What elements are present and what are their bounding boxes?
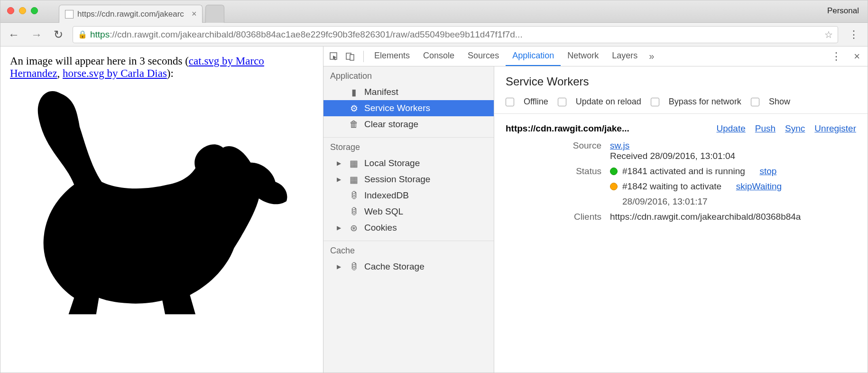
sidebar-header-storage: Storage bbox=[323, 138, 494, 155]
database-icon: 🛢 bbox=[349, 207, 359, 216]
status-dot-orange bbox=[610, 183, 618, 190]
devtools-menu-button[interactable]: ⋮ bbox=[828, 50, 844, 63]
sw-action-push[interactable]: Push bbox=[755, 123, 776, 134]
show-checkbox[interactable] bbox=[751, 98, 759, 106]
update-on-reload-checkbox[interactable] bbox=[558, 98, 566, 106]
sidebar-item-session-storage[interactable]: ▶▦ Session Storage bbox=[323, 171, 494, 187]
close-window-button[interactable] bbox=[7, 7, 14, 14]
tab-layers[interactable]: Layers bbox=[605, 47, 644, 66]
sw-action-sync[interactable]: Sync bbox=[785, 123, 805, 134]
sidebar-item-local-storage[interactable]: ▶▦ Local Storage bbox=[323, 155, 494, 171]
tab-application[interactable]: Application bbox=[506, 47, 561, 66]
link-horse[interactable]: horse.svg by Carla Dias bbox=[63, 67, 167, 79]
sidebar-item-service-workers[interactable]: ⚙ Service Workers bbox=[323, 100, 494, 116]
tab-elements[interactable]: Elements bbox=[368, 47, 416, 66]
browser-tab[interactable]: https://cdn.rawgit.com/jakearc × bbox=[59, 5, 203, 23]
page-text: An image will appear here in 3 seconds (… bbox=[10, 55, 314, 80]
tab-network[interactable]: Network bbox=[561, 47, 605, 66]
source-link[interactable]: sw.js bbox=[610, 140, 629, 150]
file-icon: ▮ bbox=[349, 87, 359, 97]
sw-action-update[interactable]: Update bbox=[717, 123, 746, 134]
status-2-text: #1842 waiting to activate bbox=[622, 181, 721, 192]
status-label: Status bbox=[506, 166, 610, 207]
clients-label: Clients bbox=[506, 212, 610, 222]
application-sidebar: Application ▮ Manifest ⚙ Service Workers… bbox=[323, 66, 494, 373]
omnibox[interactable]: 🔒 https://cdn.rawgit.com/jakearchibald/8… bbox=[73, 26, 838, 43]
reload-button[interactable]: ↻ bbox=[52, 26, 65, 43]
back-button[interactable]: ← bbox=[6, 26, 21, 43]
service-workers-panel: Service Workers Offline Update on reload… bbox=[494, 66, 868, 373]
sw-action-unregister[interactable]: Unregister bbox=[814, 123, 856, 134]
offline-checkbox[interactable] bbox=[506, 98, 514, 106]
source-label: Source bbox=[506, 140, 610, 161]
trash-icon: 🗑 bbox=[349, 120, 359, 129]
toolbar: ← → ↻ 🔒 https://cdn.rawgit.com/jakearchi… bbox=[0, 23, 868, 47]
sw-origin: https://cdn.rawgit.com/jake... bbox=[506, 123, 708, 134]
sidebar-item-indexeddb[interactable]: 🛢 IndexedDB bbox=[323, 187, 494, 204]
status-dot-green bbox=[610, 168, 618, 175]
stop-link[interactable]: stop bbox=[759, 166, 776, 177]
database-icon: 🛢 bbox=[349, 262, 359, 271]
panel-options: Offline Update on reload Bypass for netw… bbox=[494, 95, 868, 114]
source-received: Received 28/09/2016, 13:01:04 bbox=[610, 151, 735, 161]
clients-value: https://cdn.rawgit.com/jakearchibald/803… bbox=[610, 212, 856, 222]
sidebar-item-manifest[interactable]: ▮ Manifest bbox=[323, 84, 494, 100]
sidebar-header-cache: Cache bbox=[323, 241, 494, 259]
window-controls bbox=[0, 0, 45, 21]
maximize-window-button[interactable] bbox=[31, 7, 38, 14]
skipwaiting-link[interactable]: skipWaiting bbox=[736, 181, 782, 192]
profile-label[interactable]: Personal bbox=[819, 0, 868, 21]
grid-icon: ▦ bbox=[349, 159, 359, 168]
devtools-tabstrip: Elements Console Sources Application Net… bbox=[323, 47, 868, 66]
sidebar-item-websql[interactable]: 🛢 Web SQL bbox=[323, 204, 494, 220]
lock-icon: 🔒 bbox=[78, 30, 87, 39]
device-icon[interactable] bbox=[343, 50, 357, 63]
tab-sources[interactable]: Sources bbox=[461, 47, 506, 66]
cookie-icon: ⊛ bbox=[349, 223, 359, 233]
devtools: Elements Console Sources Application Net… bbox=[323, 47, 868, 373]
menu-button[interactable]: ⋮ bbox=[846, 28, 862, 41]
titlebar: https://cdn.rawgit.com/jakearc × Persona… bbox=[0, 0, 868, 23]
status-2-time: 28/09/2016, 13:01:17 bbox=[622, 196, 856, 207]
star-icon[interactable]: ☆ bbox=[824, 29, 833, 40]
url-text: https://cdn.rawgit.com/jakearchibald/803… bbox=[90, 29, 523, 40]
close-tab-icon[interactable]: × bbox=[192, 9, 197, 19]
inspect-icon[interactable] bbox=[327, 50, 341, 63]
grid-icon: ▦ bbox=[349, 175, 359, 184]
sidebar-item-cache-storage[interactable]: ▶🛢 Cache Storage bbox=[323, 259, 494, 275]
database-icon: 🛢 bbox=[349, 191, 359, 200]
sidebar-header-application: Application bbox=[323, 66, 494, 84]
new-tab-button[interactable] bbox=[205, 5, 224, 23]
sidebar-item-cookies[interactable]: ▶⊛ Cookies bbox=[323, 220, 494, 236]
panel-title: Service Workers bbox=[494, 66, 868, 95]
tabstrip: https://cdn.rawgit.com/jakearc × bbox=[59, 0, 224, 22]
page-content: An image will appear here in 3 seconds (… bbox=[0, 47, 323, 373]
status-1-text: #1841 activated and is running bbox=[622, 166, 745, 177]
tab-label: https://cdn.rawgit.com/jakearc bbox=[77, 9, 184, 19]
forward-button[interactable]: → bbox=[29, 26, 44, 43]
sidebar-item-clear-storage[interactable]: 🗑 Clear storage bbox=[323, 116, 494, 132]
devtools-close-icon[interactable]: × bbox=[850, 50, 864, 63]
minimize-window-button[interactable] bbox=[19, 7, 26, 14]
bypass-network-checkbox[interactable] bbox=[651, 98, 659, 106]
svg-rect-2 bbox=[350, 55, 354, 60]
tabs-overflow-icon[interactable]: » bbox=[644, 51, 659, 62]
tab-console[interactable]: Console bbox=[416, 47, 461, 66]
file-icon bbox=[65, 10, 74, 19]
gear-icon: ⚙ bbox=[349, 103, 359, 113]
cat-image bbox=[10, 83, 314, 323]
